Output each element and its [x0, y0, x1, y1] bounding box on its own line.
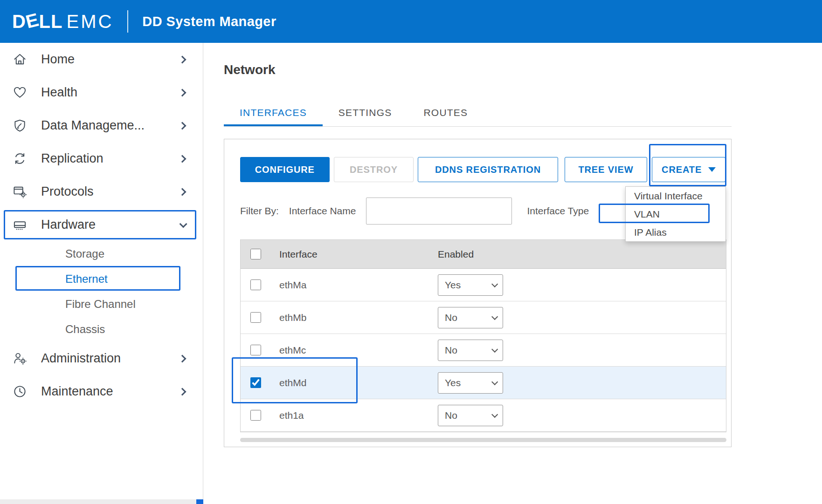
- enabled-select[interactable]: No: [438, 307, 503, 328]
- enabled-select[interactable]: No: [438, 340, 503, 361]
- table-row: ethMa Yes: [241, 269, 726, 301]
- sidebar-item-label: Data Manageme...: [41, 118, 180, 133]
- dell-emc-logo: DELL EMC: [12, 11, 113, 32]
- create-dropdown-menu: Virtual Interface VLAN IP Alias: [625, 186, 726, 242]
- chevron-right-icon: [179, 354, 187, 362]
- enabled-select-value: No: [445, 345, 457, 356]
- row-checkbox[interactable]: [250, 345, 261, 355]
- tree-view-button[interactable]: TREE VIEW: [565, 157, 648, 182]
- sidebar-item-label: Replication: [41, 151, 180, 166]
- toolbar: CONFIGURE DESTROY DDNS REGISTRATION TREE…: [240, 157, 725, 182]
- main-content: Network INTERFACES SETTINGS ROUTES CONFI…: [203, 43, 822, 504]
- table-horizontal-scrollbar[interactable]: [240, 438, 726, 442]
- administration-user-gear-icon: [12, 351, 27, 366]
- page-title: Network: [224, 62, 275, 77]
- tab-routes[interactable]: ROUTES: [408, 104, 484, 126]
- interfaces-table: Interface Enabled ethMa Yes ethMb: [240, 239, 726, 432]
- tabs-divider: [224, 126, 732, 127]
- chevron-right-icon: [179, 388, 187, 395]
- chevron-right-icon: [179, 188, 187, 196]
- enabled-select[interactable]: Yes: [438, 274, 503, 296]
- sidebar-item-chassis[interactable]: Chassis: [0, 317, 203, 342]
- logo-letter-e: E: [23, 9, 41, 32]
- tab-interfaces[interactable]: INTERFACES: [224, 104, 323, 126]
- chevron-down-icon: [491, 346, 498, 352]
- sidebar-item-protocols[interactable]: Protocols: [0, 175, 203, 208]
- shield-icon: [12, 118, 27, 133]
- sidebar: Home Health Data Manageme... Replication: [0, 43, 203, 504]
- header-divider: [127, 10, 128, 33]
- sidebar-item-ethernet[interactable]: Ethernet: [0, 266, 203, 292]
- chevron-right-icon: [179, 89, 187, 96]
- chevron-down-icon: [491, 411, 498, 417]
- ddns-registration-button[interactable]: DDNS REGISTRATION: [418, 157, 558, 182]
- chevron-right-icon: [179, 55, 187, 63]
- interface-name: ethMc: [271, 345, 423, 356]
- sidebar-subitem-label: Storage: [65, 247, 104, 260]
- sidebar-item-replication[interactable]: Replication: [0, 142, 203, 175]
- chevron-down-icon: [491, 378, 498, 385]
- enabled-select-value: Yes: [445, 377, 461, 388]
- interface-name-input[interactable]: [366, 198, 512, 225]
- row-checkbox[interactable]: [250, 312, 261, 323]
- create-button-label: CREATE: [662, 164, 702, 175]
- interface-name-label: Interface Name: [289, 205, 356, 217]
- enabled-select[interactable]: Yes: [438, 372, 503, 394]
- enabled-select-value: No: [445, 410, 457, 421]
- menu-item-virtual-interface[interactable]: Virtual Interface: [626, 187, 725, 205]
- hardware-drive-icon: [12, 218, 27, 232]
- menu-item-ip-alias[interactable]: IP Alias: [626, 223, 725, 241]
- row-checkbox[interactable]: [250, 410, 261, 421]
- replication-sync-icon: [12, 151, 27, 166]
- page: DELL EMC DD System Manager Home Health D…: [0, 0, 822, 504]
- sidebar-item-label: Administration: [41, 351, 180, 366]
- sidebar-subitem-label: Chassis: [65, 323, 105, 336]
- sidebar-item-label: Maintenance: [41, 384, 180, 399]
- menu-item-vlan[interactable]: VLAN: [626, 205, 725, 223]
- chevron-right-icon: [179, 122, 187, 129]
- sidebar-horizontal-scrollbar[interactable]: [0, 499, 204, 504]
- column-header-enabled: Enabled: [423, 249, 726, 260]
- heart-icon: [12, 85, 27, 100]
- protocols-icon: [12, 184, 27, 199]
- sidebar-item-home[interactable]: Home: [0, 43, 203, 76]
- logo-letters: LL: [39, 11, 63, 32]
- enabled-select-value: Yes: [445, 279, 461, 291]
- chevron-right-icon: [179, 155, 187, 163]
- select-all-checkbox[interactable]: [250, 249, 261, 259]
- interface-name: ethMd: [271, 377, 423, 388]
- row-checkbox[interactable]: [250, 279, 261, 290]
- table-row: ethMb No: [241, 301, 726, 334]
- sidebar-item-data-management[interactable]: Data Manageme...: [0, 109, 203, 142]
- maintenance-clock-icon: [12, 384, 27, 399]
- sidebar-item-administration[interactable]: Administration: [0, 342, 203, 375]
- sidebar-item-label: Health: [41, 85, 180, 100]
- sidebar-item-fibre-channel[interactable]: Fibre Channel: [0, 292, 203, 317]
- sidebar-subitem-label: Fibre Channel: [65, 298, 136, 311]
- table-row: ethMc No: [241, 334, 726, 367]
- filter-by-label: Filter By:: [240, 205, 279, 217]
- app-title: DD System Manager: [142, 14, 276, 29]
- create-button[interactable]: CREATE: [652, 157, 725, 182]
- sidebar-item-label: Hardware: [41, 218, 180, 232]
- configure-button[interactable]: CONFIGURE: [240, 157, 330, 182]
- interface-type-label: Interface Type: [527, 205, 589, 217]
- sidebar-item-label: Home: [41, 52, 180, 67]
- table-header-row: Interface Enabled: [241, 240, 726, 269]
- scrollbar-thumb[interactable]: [196, 499, 204, 504]
- caret-down-icon: [708, 167, 716, 172]
- sidebar-item-health[interactable]: Health: [0, 76, 203, 109]
- sidebar-item-storage[interactable]: Storage: [0, 241, 203, 266]
- destroy-button[interactable]: DESTROY: [334, 157, 414, 182]
- sidebar-item-maintenance[interactable]: Maintenance: [0, 375, 203, 408]
- row-checkbox[interactable]: [250, 377, 261, 388]
- tabs: INTERFACES SETTINGS ROUTES: [224, 104, 484, 126]
- logo-emc: EMC: [66, 11, 113, 32]
- sidebar-item-hardware[interactable]: Hardware: [0, 208, 203, 241]
- home-icon: [12, 52, 27, 67]
- tab-settings[interactable]: SETTINGS: [323, 104, 408, 126]
- chevron-down-icon: [180, 220, 187, 228]
- column-header-interface: Interface: [271, 249, 423, 260]
- interfaces-panel: CONFIGURE DESTROY DDNS REGISTRATION TREE…: [224, 139, 732, 447]
- enabled-select[interactable]: No: [438, 405, 503, 426]
